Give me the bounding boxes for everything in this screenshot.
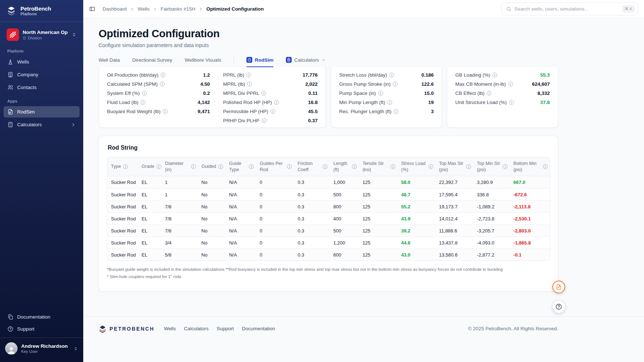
info-icon[interactable] [160,82,165,86]
info-icon[interactable] [394,109,398,114]
info-icon[interactable] [157,164,161,169]
info-icon[interactable] [508,82,513,86]
breadcrumb-well[interactable]: Fairbanks #15H [161,6,195,12]
user-menu[interactable]: Andrew Richardson Key User [0,338,83,359]
info-icon[interactable] [352,164,357,169]
info-icon[interactable] [503,164,507,169]
tab-directional-survey[interactable]: Directional Survey [132,57,172,67]
breadcrumb-current: Optimized Configuration [206,6,264,12]
sidebar-spacer [0,131,83,311]
contacts-icon [7,84,14,90]
search-icon [506,6,511,12]
info-icon[interactable] [323,164,327,169]
info-icon[interactable] [246,73,251,77]
info-icon[interactable] [218,164,223,169]
info-icon[interactable] [543,164,548,169]
info-icon[interactable] [509,100,514,105]
sidebar-item-calculators[interactable]: Calculators [4,119,80,130]
search-input[interactable] [514,6,620,12]
chevron-right-icon [153,7,157,11]
info-icon[interactable] [378,91,383,96]
footer-copyright: © 2025 PetroBench. All Rights Reserved. [468,326,558,331]
petrobench-logo-icon [6,5,17,16]
sidebar-item-label: Company [17,72,38,77]
sidebar-toggle-button[interactable] [89,6,95,12]
sidebar-item-label: RodSim [17,109,35,115]
table-row: Sucker RodEL5/8NoN/A00.360012543.013,580… [107,249,550,261]
info-icon[interactable] [393,82,398,86]
tab-bar: Well Data Directional Survey Wellbore Vi… [99,56,558,67]
info-icon[interactable] [123,164,128,169]
info-icon[interactable] [247,82,252,86]
main-area: Dashboard Wells Fairbanks #15H Optimized… [83,0,644,362]
info-icon[interactable] [249,164,254,169]
org-logo-icon [7,28,19,41]
brand-tagline: Platform [20,12,51,16]
chevron-right-icon [130,7,134,11]
export-report-button[interactable] [552,281,565,293]
info-icon[interactable] [142,91,147,96]
chevron-right-icon [199,7,203,11]
info-icon[interactable] [391,164,395,169]
tab-rodsim[interactable]: RodSim [246,57,273,67]
tab-calculators[interactable]: Calculators [286,57,326,67]
sidebar-item-support[interactable]: Support [4,323,80,335]
sidebar: PetroBench Platform North American Opera… [0,0,83,362]
page-title: Optimized Configuration [99,28,558,40]
info-icon[interactable] [261,91,266,96]
info-icon[interactable] [274,100,279,105]
info-icon[interactable] [262,118,267,123]
table-footnote: *Buoyant guide weight is included in the… [107,266,550,273]
help-button[interactable] [552,300,565,313]
table-body: Sucker RodEL1NoN/A00.31,00012558.022,392… [107,176,550,261]
breadcrumb-dashboard[interactable]: Dashboard [103,6,127,12]
breadcrumb: Dashboard Wells Fairbanks #15H Optimized… [103,6,264,12]
rodsim-app-icon [246,57,252,63]
footer-link-documentation[interactable]: Documentation [242,326,275,331]
info-icon[interactable] [163,109,168,114]
sidebar-item-label: Documentation [17,314,50,320]
info-icon[interactable] [492,73,497,77]
sidebar-item-contacts[interactable]: Contacts [4,82,80,93]
org-switcher[interactable]: North American Opera Division [4,26,80,43]
footer-brand-name: PETROBENCH [110,326,154,332]
sidebar-item-wells[interactable]: Wells [4,56,80,68]
footer-link-support[interactable]: Support [216,326,234,331]
tab-wellbore-visuals[interactable]: Wellbore Visuals [185,57,221,67]
info-icon[interactable] [389,73,394,77]
tab-well-data[interactable]: Well Data [99,57,120,67]
chevrons-up-down-icon [72,32,77,37]
sidebar-item-label: Wells [17,59,29,65]
documentation-icon [7,314,14,320]
info-icon[interactable] [271,109,275,114]
info-icon[interactable] [429,164,433,169]
table-row: Sucker RodEL1NoN/A00.31,00012558.022,392… [107,176,550,188]
page-subtitle: Configure simulation parameters and data… [99,42,558,48]
info-icon[interactable] [466,164,471,169]
chevron-right-icon [71,122,76,127]
derrick-icon [7,59,14,65]
sidebar-item-documentation[interactable]: Documentation [4,311,80,323]
search-shortcut-badge: ⌘ K [622,5,635,12]
sidebar-item-label: Calculators [17,122,67,127]
breadcrumb-wells[interactable]: Wells [138,6,150,12]
table-row: Sucker RodEL7/8NoN/A00.340012543.914,012… [107,212,550,224]
info-icon[interactable] [487,91,491,96]
footer-link-wells[interactable]: Wells [164,326,176,331]
info-icon[interactable] [191,164,196,169]
sidebar-item-rodsim[interactable]: RodSim [4,106,80,118]
info-icon[interactable] [161,73,165,77]
petrobench-footer-logo-icon [99,325,107,333]
info-icon[interactable] [287,164,292,169]
section-label-apps: Apps [7,99,76,103]
info-icon[interactable] [141,100,145,105]
section-label-platform: Platform [7,49,76,53]
sidebar-item-label: Contacts [17,85,37,90]
pump-results-card: Stretch Loss (bbl/day)0.186 Gross Pump S… [331,67,442,128]
table-row: Sucker RodEL7/8NoN/A00.380012555.219,173… [107,200,550,212]
info-icon[interactable] [387,100,392,105]
rod-string-title: Rod String [108,145,550,151]
sidebar-item-company[interactable]: Company [4,69,80,80]
footer-link-calculators[interactable]: Calculators [184,326,209,331]
chevrons-up-down-icon [73,346,78,351]
